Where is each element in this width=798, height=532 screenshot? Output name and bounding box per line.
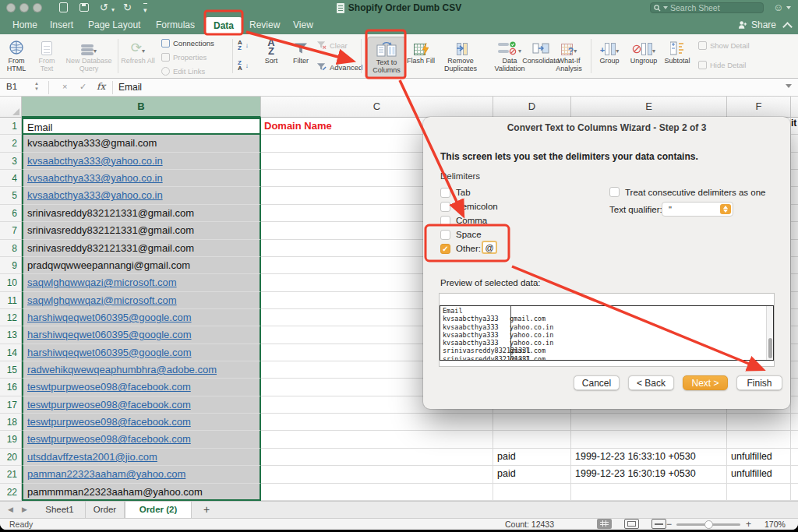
sort-ascending-button[interactable]: AZ↓ xyxy=(238,40,249,51)
cell-g-sliver[interactable] xyxy=(791,414,798,431)
search-input[interactable]: Search Sheet xyxy=(650,2,764,13)
cell-g-sliver[interactable] xyxy=(791,222,798,239)
row-number[interactable]: 22 xyxy=(0,484,22,501)
delimiter-checkbox-row[interactable]: ✓ Space xyxy=(440,227,573,241)
row-number[interactable]: 11 xyxy=(0,292,22,309)
clear-filter-button[interactable]: Clear xyxy=(316,41,348,50)
cell-g-sliver[interactable] xyxy=(791,466,798,483)
sheet-tab-order-2[interactable]: Order (2) xyxy=(125,502,192,518)
feedback-smiley-icon[interactable]: ☺ xyxy=(773,2,783,13)
cell-f[interactable]: unfulfilled xyxy=(727,466,791,483)
sheet-nav-right-icon[interactable]: ▶ xyxy=(22,506,27,513)
save-icon[interactable] xyxy=(79,3,89,12)
zoom-in-button[interactable]: + xyxy=(746,519,751,530)
row-number[interactable]: 12 xyxy=(0,309,22,326)
zoom-window-button[interactable] xyxy=(33,3,42,12)
filter-button[interactable]: Filter xyxy=(287,37,315,65)
zoom-slider-thumb[interactable] xyxy=(704,520,713,529)
text-to-columns-button[interactable]: Text to Columns xyxy=(367,37,406,79)
row-number[interactable]: 9 xyxy=(0,257,22,274)
cell-c[interactable] xyxy=(261,449,493,466)
row-number[interactable]: 16 xyxy=(0,379,22,396)
row-number[interactable]: 13 xyxy=(0,326,22,344)
sheet-tab-order[interactable]: Order xyxy=(86,502,125,518)
hide-detail-button[interactable]: Hide Detail xyxy=(698,61,746,69)
sort-descending-button[interactable]: ZA↓ xyxy=(238,60,249,71)
cell-b-email[interactable]: kvsaabcthya333@yahoo.co.in xyxy=(22,170,261,187)
search-scope-dropdown-icon[interactable] xyxy=(663,6,668,9)
cell-g-sliver[interactable] xyxy=(791,361,798,379)
delimiter-checkbox-row[interactable]: ✓ Semicolon xyxy=(440,199,573,213)
cell-e[interactable] xyxy=(571,414,727,431)
checkbox[interactable]: ✓ xyxy=(440,244,450,254)
cell-e[interactable]: 1999-12-23 16:30:19 +0530 xyxy=(571,466,727,483)
cell-g1-fragment[interactable]: it xyxy=(791,118,798,135)
cell-b-email[interactable]: teswtpurpweose098@facebook.com xyxy=(22,431,261,448)
cell-b-email[interactable]: saqwlghqwwqazi@microsoft.com xyxy=(22,274,261,291)
cell-b1-active[interactable]: Email xyxy=(22,118,261,135)
treat-consecutive-checkbox-row[interactable]: Treat consecutive delimiters as one xyxy=(609,187,765,197)
ungroup-button[interactable]: ▾ Ungroup xyxy=(627,37,661,65)
row-number[interactable]: 2 xyxy=(0,135,22,152)
cell-c[interactable] xyxy=(261,431,493,448)
flash-fill-button[interactable]: Flash Fill xyxy=(407,37,435,65)
tab-home[interactable]: Home xyxy=(12,16,37,34)
name-box-stepper[interactable]: ▲▼ xyxy=(34,81,39,92)
customize-toolbar-icon[interactable]: ▾ xyxy=(143,3,147,16)
cell-g-sliver[interactable] xyxy=(791,326,798,344)
collapse-ribbon-icon[interactable] xyxy=(782,22,793,32)
sort-button[interactable]: AZ Sort xyxy=(257,37,285,65)
cell-d[interactable]: paid xyxy=(493,449,571,466)
cell-g-sliver[interactable] xyxy=(791,292,798,309)
subtotal-button[interactable]: Subtotal xyxy=(661,37,694,65)
preview-scrollbar[interactable] xyxy=(766,306,773,360)
cell-d[interactable] xyxy=(493,431,571,448)
cell-g-sliver[interactable] xyxy=(791,257,798,274)
select-all-corner[interactable] xyxy=(0,97,22,118)
add-sheet-button[interactable]: + xyxy=(197,502,216,518)
cell-g-sliver[interactable] xyxy=(791,344,798,361)
cell-d[interactable]: paid xyxy=(493,466,571,483)
cell-g-sliver[interactable] xyxy=(791,240,798,257)
cell-e[interactable]: 1999-12-23 16:33:10 +0530 xyxy=(571,449,727,466)
undo-dropdown-icon[interactable]: ▾ xyxy=(111,4,115,16)
feedback-dropdown-icon[interactable] xyxy=(786,6,791,9)
cell-b-email[interactable]: srinivasreddy832121331@gmail.com xyxy=(22,240,261,257)
cell-b-email[interactable]: harshiwqeqwet060395@google.com xyxy=(22,309,261,326)
cell-g-sliver[interactable] xyxy=(791,309,798,326)
column-header-f[interactable]: F xyxy=(727,97,791,118)
sheet-nav-left-icon[interactable]: ◀ xyxy=(8,506,13,513)
from-html-button[interactable]: From HTML xyxy=(2,37,31,72)
confirm-entry-icon[interactable]: ✓ xyxy=(79,82,87,92)
what-if-analysis-button[interactable]: ?▾ What-If Analysis xyxy=(550,37,588,72)
column-header-c[interactable]: C xyxy=(261,97,493,118)
cell-b-email[interactable]: pamman22323aaham@yahoo.com xyxy=(22,466,261,483)
cell-b-email[interactable]: kvsaabcthya333@gmail.com xyxy=(22,135,261,152)
row-number[interactable]: 6 xyxy=(0,205,22,222)
edit-links-button[interactable]: Edit Links xyxy=(161,67,205,76)
cell-d[interactable] xyxy=(493,484,571,501)
cell-b-email[interactable]: srinivasreddy832121331@gmail.com xyxy=(22,222,261,239)
cell-b-email[interactable]: teswtpurpweose098@facebook.com xyxy=(22,396,261,414)
zoom-level-label[interactable]: 170% xyxy=(764,520,786,529)
refresh-all-button[interactable]: ⟳▾ Refresh All xyxy=(121,37,155,65)
undo-icon[interactable]: ↺ xyxy=(100,2,108,14)
cell-f[interactable]: unfulfilled xyxy=(727,449,791,466)
new-workbook-icon[interactable] xyxy=(59,2,68,12)
cell-g-sliver[interactable] xyxy=(791,484,798,501)
cell-b-email[interactable]: harshiwqeqwet060395@google.com xyxy=(22,344,261,361)
cell-g-sliver[interactable] xyxy=(791,187,798,204)
row-number[interactable]: 4 xyxy=(0,170,22,187)
cell-g-sliver[interactable] xyxy=(791,170,798,187)
cell-f[interactable] xyxy=(727,431,791,448)
insert-function-icon[interactable]: fx xyxy=(97,81,105,92)
cell-g-sliver[interactable] xyxy=(791,379,798,396)
finish-button[interactable]: Finish xyxy=(736,375,782,390)
text-qualifier-dropdown[interactable]: " xyxy=(662,202,733,217)
cell-b-email[interactable]: harshiwqeqwet060395@google.com xyxy=(22,326,261,344)
tab-insert[interactable]: Insert xyxy=(50,16,73,34)
cell-g-sliver[interactable] xyxy=(791,431,798,448)
cell-e[interactable] xyxy=(571,484,727,501)
row-number[interactable]: 7 xyxy=(0,222,22,239)
other-delimiter-input[interactable]: @ xyxy=(482,241,497,254)
